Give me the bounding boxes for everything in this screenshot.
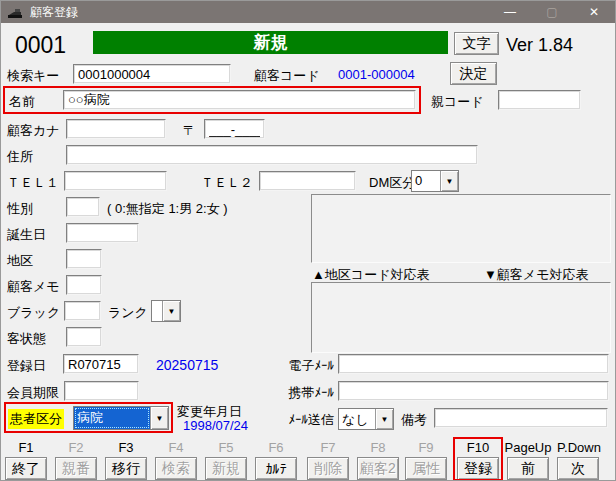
- district-label: 地区: [7, 252, 33, 270]
- postal-mark-label: 〒: [183, 122, 196, 140]
- fkey-label-f5: F5: [205, 440, 247, 455]
- chevron-down-icon[interactable]: ▼: [375, 409, 393, 429]
- address-input[interactable]: [66, 145, 478, 165]
- chevron-down-icon[interactable]: ▼: [150, 407, 168, 429]
- maximize-icon[interactable]: ▢: [531, 1, 573, 23]
- fkey-label-f9: F9: [405, 440, 447, 455]
- kana-input[interactable]: [66, 119, 166, 139]
- delete-button[interactable]: 削除: [307, 457, 349, 480]
- dm-class-value: 0: [412, 171, 440, 191]
- parent-code-input[interactable]: [498, 90, 581, 110]
- mode-banner: 新規: [93, 31, 448, 54]
- chevron-down-icon[interactable]: ▼: [440, 171, 458, 191]
- tel1-label: ＴＥＬ１: [7, 174, 59, 192]
- gender-label: 性別: [7, 200, 33, 218]
- patient-class-value: 病院: [74, 407, 150, 429]
- customer-code-value: 0001-000004: [338, 67, 415, 82]
- patient-class-label: 患者区分: [8, 409, 64, 429]
- district-code-table[interactable]: [311, 194, 611, 263]
- fkey-label-f10: F10: [457, 440, 499, 455]
- remarks-input[interactable]: [434, 408, 608, 428]
- mail-send-label: ﾒｰﾙ送信: [263, 411, 334, 429]
- gender-input[interactable]: [66, 197, 100, 217]
- name-label: 名前: [9, 93, 35, 111]
- tel2-label: ＴＥＬ２: [201, 174, 253, 192]
- black-label: ブラック: [7, 304, 60, 322]
- email-input[interactable]: [338, 354, 609, 374]
- exit-button[interactable]: 終了: [5, 457, 47, 480]
- window-title: 顧客登録: [30, 4, 78, 21]
- next-button[interactable]: 次: [557, 457, 599, 480]
- new-button[interactable]: 新規: [205, 457, 247, 480]
- address-label: 住所: [7, 148, 33, 166]
- window-controls: — ▢ ✕: [489, 1, 615, 23]
- search-key-input[interactable]: [73, 64, 231, 84]
- fkey-label-f7: F7: [307, 440, 349, 455]
- regist-date-label: 登録日: [7, 357, 46, 375]
- attribute-button[interactable]: 属性: [405, 457, 447, 480]
- fkey-label-f3: F3: [105, 440, 147, 455]
- fkey-label-f6: F6: [255, 440, 297, 455]
- prev-button[interactable]: 前: [507, 457, 549, 480]
- chevron-down-icon[interactable]: ▼: [162, 301, 180, 321]
- search-key-label: 検索キー: [7, 67, 59, 85]
- member-limit-input[interactable]: [64, 381, 139, 401]
- fkey-label-f1: F1: [5, 440, 47, 455]
- char-button[interactable]: 文字: [454, 32, 499, 55]
- transfer-button[interactable]: 移行: [105, 457, 147, 480]
- tel2-input[interactable]: [259, 171, 356, 191]
- customer-registration-window: 顧客登録 — ▢ ✕ 0001 新規 文字 Ver 1.84 検索キー 顧客コー…: [0, 0, 616, 481]
- customer-state-input[interactable]: [66, 327, 102, 347]
- pageup-label: PageUp: [502, 440, 554, 455]
- patient-class-combo[interactable]: 病院 ▼: [73, 406, 169, 430]
- birthday-input[interactable]: [66, 223, 139, 243]
- mail-send-combo[interactable]: なし ▼: [338, 408, 394, 430]
- remarks-label: 備考: [401, 411, 427, 429]
- customer-state-label: 客状態: [7, 330, 46, 348]
- fkey-label-f2: F2: [55, 440, 97, 455]
- dm-class-combo[interactable]: 0 ▼: [411, 170, 459, 192]
- customer2-button[interactable]: 顧客2: [357, 457, 399, 480]
- karte-button[interactable]: ｶﾙﾃ: [255, 457, 297, 480]
- postal-input[interactable]: [204, 119, 265, 139]
- rank-value: [152, 301, 162, 321]
- gender-hint: ( 0:無指定 1:男 2:女 ): [107, 200, 228, 218]
- minimize-icon[interactable]: —: [489, 1, 531, 23]
- email-label: 電子ﾒｰﾙ: [263, 357, 334, 375]
- birthday-label: 誕生日: [7, 226, 46, 244]
- modified-date-value: 1998/07/24: [183, 418, 248, 433]
- black-input[interactable]: [64, 301, 101, 321]
- fkey-label-f4: F4: [155, 440, 197, 455]
- member-limit-label: 会員期限: [7, 384, 59, 402]
- version-label: Ver 1.84: [506, 35, 573, 56]
- store-code: 0001: [15, 32, 66, 59]
- mail-send-value: なし: [339, 409, 375, 429]
- fkey-label-f8: F8: [357, 440, 399, 455]
- parent-code-label: 親コード: [431, 93, 484, 111]
- search-button[interactable]: 検索: [155, 457, 197, 480]
- mobile-mail-label: 携帯ﾒｰﾙ: [263, 384, 334, 402]
- app-icon: [7, 6, 23, 19]
- name-input[interactable]: [63, 90, 416, 110]
- parent-number-button[interactable]: 親番: [55, 457, 97, 480]
- regist-date-alt: 20250715: [156, 357, 218, 373]
- district-input[interactable]: [66, 249, 102, 269]
- dm-class-label: DM区分: [369, 174, 415, 192]
- rank-label: ランク: [108, 304, 148, 322]
- rank-combo[interactable]: ▼: [151, 300, 181, 322]
- close-icon[interactable]: ✕: [573, 1, 615, 23]
- tel1-input[interactable]: [64, 171, 167, 191]
- kana-label: 顧客カナ: [7, 122, 60, 140]
- titlebar: 顧客登録 — ▢ ✕: [1, 1, 615, 23]
- decide-button[interactable]: 決定: [450, 62, 497, 85]
- regist-date-input[interactable]: [63, 354, 139, 374]
- customer-code-label: 顧客コード: [254, 67, 320, 85]
- customer-memo-input[interactable]: [66, 275, 102, 295]
- customer-memo-table[interactable]: [311, 282, 611, 353]
- mobile-mail-input[interactable]: [338, 381, 609, 401]
- customer-memo-label: 顧客メモ: [7, 278, 60, 296]
- register-button[interactable]: 登録: [457, 457, 499, 480]
- pagedown-label: P.Down: [552, 440, 606, 455]
